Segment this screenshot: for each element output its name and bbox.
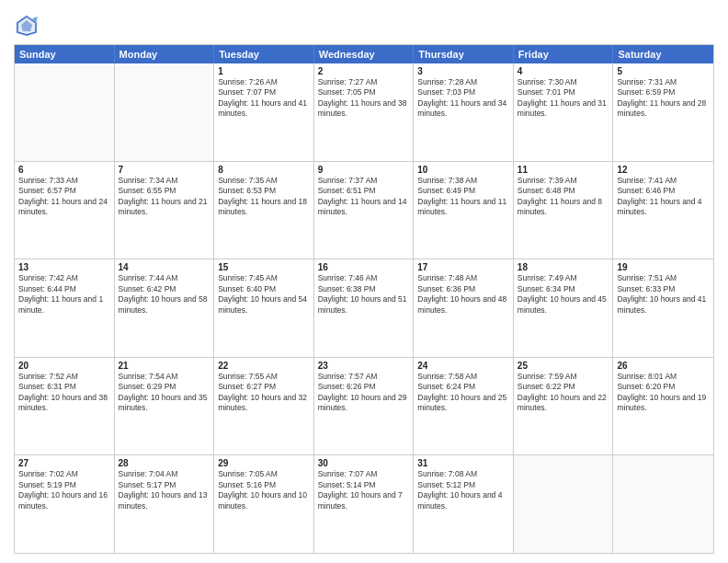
day-number: 6 — [18, 165, 110, 175]
day-info: Sunrise: 7:52 AM Sunset: 6:31 PM Dayligh… — [18, 372, 110, 414]
weekday-header: Tuesday — [214, 45, 314, 63]
day-info: Sunrise: 7:38 AM Sunset: 6:49 PM Dayligh… — [417, 176, 509, 218]
day-cell: 11Sunrise: 7:39 AM Sunset: 6:48 PM Dayli… — [514, 162, 614, 259]
empty-cell — [115, 63, 215, 161]
day-info: Sunrise: 7:08 AM Sunset: 5:12 PM Dayligh… — [417, 469, 509, 511]
day-number: 31 — [417, 458, 509, 468]
day-number: 2 — [318, 66, 410, 76]
day-cell: 12Sunrise: 7:41 AM Sunset: 6:46 PM Dayli… — [613, 162, 713, 259]
day-cell: 27Sunrise: 7:02 AM Sunset: 5:19 PM Dayli… — [15, 455, 115, 553]
day-cell: 2Sunrise: 7:27 AM Sunset: 7:05 PM Daylig… — [314, 63, 415, 161]
day-number: 18 — [518, 262, 609, 272]
day-cell: 30Sunrise: 7:07 AM Sunset: 5:14 PM Dayli… — [314, 455, 415, 553]
calendar-page: SundayMondayTuesdayWednesdayThursdayFrid… — [0, 0, 728, 563]
day-cell: 16Sunrise: 7:46 AM Sunset: 6:38 PM Dayli… — [314, 259, 415, 357]
day-number: 5 — [617, 66, 710, 76]
day-cell: 20Sunrise: 7:52 AM Sunset: 6:31 PM Dayli… — [15, 358, 115, 455]
day-cell: 8Sunrise: 7:35 AM Sunset: 6:53 PM Daylig… — [214, 162, 314, 259]
day-number: 13 — [18, 262, 110, 272]
day-cell: 21Sunrise: 7:54 AM Sunset: 6:29 PM Dayli… — [115, 358, 215, 455]
day-number: 23 — [318, 361, 410, 371]
day-info: Sunrise: 7:54 AM Sunset: 6:29 PM Dayligh… — [119, 372, 210, 414]
day-number: 25 — [518, 361, 609, 371]
day-number: 14 — [119, 262, 210, 272]
day-info: Sunrise: 7:28 AM Sunset: 7:03 PM Dayligh… — [417, 77, 509, 120]
day-number: 22 — [218, 361, 310, 371]
weekday-header: Wednesday — [314, 45, 415, 63]
day-info: Sunrise: 7:02 AM Sunset: 5:19 PM Dayligh… — [18, 469, 110, 511]
page-header — [14, 9, 714, 39]
day-cell: 18Sunrise: 7:49 AM Sunset: 6:34 PM Dayli… — [514, 259, 614, 357]
day-info: Sunrise: 8:01 AM Sunset: 6:20 PM Dayligh… — [617, 372, 710, 414]
calendar-row: 6Sunrise: 7:33 AM Sunset: 6:57 PM Daylig… — [15, 161, 713, 259]
day-info: Sunrise: 7:27 AM Sunset: 7:05 PM Dayligh… — [318, 77, 410, 120]
day-cell: 7Sunrise: 7:34 AM Sunset: 6:55 PM Daylig… — [115, 162, 215, 259]
day-number: 27 — [18, 458, 110, 468]
day-cell: 31Sunrise: 7:08 AM Sunset: 5:12 PM Dayli… — [414, 455, 514, 553]
day-number: 30 — [318, 458, 410, 468]
calendar: SundayMondayTuesdayWednesdayThursdayFrid… — [14, 44, 714, 554]
day-info: Sunrise: 7:33 AM Sunset: 6:57 PM Dayligh… — [18, 176, 110, 218]
day-info: Sunrise: 7:46 AM Sunset: 6:38 PM Dayligh… — [318, 273, 410, 316]
day-number: 12 — [617, 165, 710, 175]
calendar-body: 1Sunrise: 7:26 AM Sunset: 7:07 PM Daylig… — [15, 63, 713, 553]
day-info: Sunrise: 7:49 AM Sunset: 6:34 PM Dayligh… — [518, 273, 609, 316]
day-info: Sunrise: 7:39 AM Sunset: 6:48 PM Dayligh… — [518, 176, 609, 218]
calendar-row: 1Sunrise: 7:26 AM Sunset: 7:07 PM Daylig… — [15, 63, 713, 161]
weekday-header: Sunday — [15, 45, 115, 63]
empty-cell — [15, 63, 115, 161]
day-cell: 28Sunrise: 7:04 AM Sunset: 5:17 PM Dayli… — [115, 455, 215, 553]
day-cell: 15Sunrise: 7:45 AM Sunset: 6:40 PM Dayli… — [214, 259, 314, 357]
weekday-header: Thursday — [414, 45, 514, 63]
day-cell: 23Sunrise: 7:57 AM Sunset: 6:26 PM Dayli… — [314, 358, 415, 455]
day-cell: 3Sunrise: 7:28 AM Sunset: 7:03 PM Daylig… — [414, 63, 514, 161]
weekday-header: Monday — [115, 45, 215, 63]
empty-cell — [613, 455, 713, 553]
day-info: Sunrise: 7:37 AM Sunset: 6:51 PM Dayligh… — [318, 176, 410, 218]
day-cell: 14Sunrise: 7:44 AM Sunset: 6:42 PM Dayli… — [115, 259, 215, 357]
day-info: Sunrise: 7:30 AM Sunset: 7:01 PM Dayligh… — [518, 77, 609, 120]
calendar-row: 13Sunrise: 7:42 AM Sunset: 6:44 PM Dayli… — [15, 259, 713, 357]
day-info: Sunrise: 7:35 AM Sunset: 6:53 PM Dayligh… — [218, 176, 310, 218]
calendar-row: 27Sunrise: 7:02 AM Sunset: 5:19 PM Dayli… — [15, 454, 713, 553]
day-number: 24 — [417, 361, 509, 371]
day-info: Sunrise: 7:57 AM Sunset: 6:26 PM Dayligh… — [318, 372, 410, 414]
day-info: Sunrise: 7:34 AM Sunset: 6:55 PM Dayligh… — [119, 176, 210, 218]
day-cell: 6Sunrise: 7:33 AM Sunset: 6:57 PM Daylig… — [15, 162, 115, 259]
weekday-header: Saturday — [613, 45, 713, 63]
day-cell: 9Sunrise: 7:37 AM Sunset: 6:51 PM Daylig… — [314, 162, 415, 259]
day-cell: 25Sunrise: 7:59 AM Sunset: 6:22 PM Dayli… — [514, 358, 614, 455]
empty-cell — [514, 455, 614, 553]
day-number: 8 — [218, 165, 310, 175]
day-info: Sunrise: 7:31 AM Sunset: 6:59 PM Dayligh… — [617, 77, 710, 120]
calendar-row: 20Sunrise: 7:52 AM Sunset: 6:31 PM Dayli… — [15, 357, 713, 455]
day-cell: 4Sunrise: 7:30 AM Sunset: 7:01 PM Daylig… — [514, 63, 614, 161]
day-number: 17 — [417, 262, 509, 272]
day-cell: 17Sunrise: 7:48 AM Sunset: 6:36 PM Dayli… — [414, 259, 514, 357]
logo — [14, 13, 43, 39]
day-cell: 26Sunrise: 8:01 AM Sunset: 6:20 PM Dayli… — [613, 358, 713, 455]
day-info: Sunrise: 7:58 AM Sunset: 6:24 PM Dayligh… — [417, 372, 509, 414]
day-cell: 24Sunrise: 7:58 AM Sunset: 6:24 PM Dayli… — [414, 358, 514, 455]
day-info: Sunrise: 7:26 AM Sunset: 7:07 PM Dayligh… — [218, 77, 310, 120]
day-info: Sunrise: 7:48 AM Sunset: 6:36 PM Dayligh… — [417, 273, 509, 316]
day-cell: 29Sunrise: 7:05 AM Sunset: 5:16 PM Dayli… — [214, 455, 314, 553]
day-info: Sunrise: 7:05 AM Sunset: 5:16 PM Dayligh… — [218, 469, 310, 511]
day-cell: 5Sunrise: 7:31 AM Sunset: 6:59 PM Daylig… — [613, 63, 713, 161]
day-number: 26 — [617, 361, 710, 371]
logo-icon — [14, 13, 40, 39]
day-info: Sunrise: 7:45 AM Sunset: 6:40 PM Dayligh… — [218, 273, 310, 316]
day-cell: 1Sunrise: 7:26 AM Sunset: 7:07 PM Daylig… — [214, 63, 314, 161]
day-number: 19 — [617, 262, 710, 272]
day-info: Sunrise: 7:42 AM Sunset: 6:44 PM Dayligh… — [18, 273, 110, 316]
day-number: 20 — [18, 361, 110, 371]
day-number: 29 — [218, 458, 310, 468]
day-number: 7 — [119, 165, 210, 175]
day-info: Sunrise: 7:04 AM Sunset: 5:17 PM Dayligh… — [119, 469, 210, 511]
day-info: Sunrise: 7:41 AM Sunset: 6:46 PM Dayligh… — [617, 176, 710, 218]
day-number: 21 — [119, 361, 210, 371]
day-cell: 13Sunrise: 7:42 AM Sunset: 6:44 PM Dayli… — [15, 259, 115, 357]
day-cell: 22Sunrise: 7:55 AM Sunset: 6:27 PM Dayli… — [214, 358, 314, 455]
day-number: 11 — [518, 165, 609, 175]
day-cell: 10Sunrise: 7:38 AM Sunset: 6:49 PM Dayli… — [414, 162, 514, 259]
